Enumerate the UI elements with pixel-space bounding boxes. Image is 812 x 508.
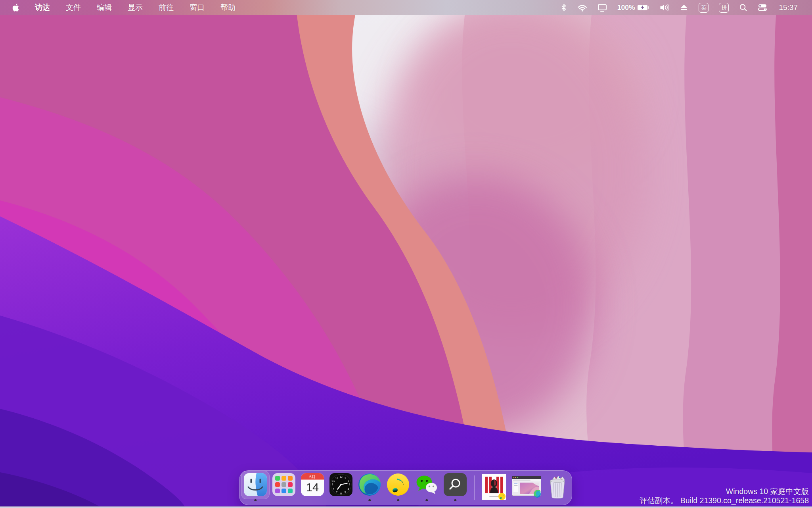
menu-window[interactable]: 窗口: [182, 2, 213, 13]
running-indicator: [254, 499, 257, 502]
wechat-icon: [415, 473, 438, 496]
taskbar-edge: [0, 506, 812, 508]
dock-item-qq-music[interactable]: [387, 473, 410, 502]
svg-text:7: 7: [336, 491, 337, 494]
launchpad-icon: [272, 473, 295, 496]
svg-text:2: 2: [348, 479, 349, 482]
battery-indicator[interactable]: 100%: [612, 4, 655, 12]
menu-finder[interactable]: 访达: [27, 2, 58, 13]
running-indicator: [368, 499, 371, 502]
dock-item-trash[interactable]: [547, 475, 568, 501]
wallpaper-monterey: [0, 0, 812, 508]
status-area: 100%: [555, 3, 798, 13]
running-indicator: [454, 499, 456, 502]
dock-item-wechat[interactable]: [415, 473, 438, 502]
eject-icon[interactable]: [674, 4, 693, 12]
finder-icon: [244, 473, 267, 496]
dock: 6月 14 12 1 2 3 4 5 6 7 8 9 10: [239, 470, 572, 505]
minimized-window-edge-browser[interactable]: [512, 476, 541, 500]
svg-text:11: 11: [335, 477, 338, 479]
volume-icon[interactable]: [654, 3, 674, 12]
svg-text:6月: 6月: [309, 475, 316, 479]
svg-text:5: 5: [345, 491, 346, 494]
menu-help[interactable]: 帮助: [213, 2, 243, 13]
dock-item-search-app[interactable]: [444, 473, 467, 502]
wifi-icon[interactable]: [572, 4, 592, 12]
svg-text:8: 8: [333, 488, 335, 491]
calendar-icon: 6月 14: [301, 473, 324, 496]
battery-percent: 100%: [617, 4, 635, 12]
svg-text:6: 6: [340, 492, 342, 495]
svg-text:14: 14: [306, 481, 319, 494]
running-indicator: [397, 499, 399, 502]
battery-charging-icon: [637, 4, 649, 11]
svg-text:10: 10: [332, 479, 335, 482]
display-icon[interactable]: [592, 4, 612, 12]
input-english-badge[interactable]: 英: [693, 3, 714, 13]
clock-icon: 12 1 2 3 4 5 6 7 8 9 10 11: [329, 473, 352, 496]
svg-text:9: 9: [332, 483, 333, 486]
running-indicator: [425, 499, 428, 502]
svg-text:1: 1: [345, 477, 346, 479]
menu-bar: 访达 文件 编辑 显示 前往 窗口 帮助: [0, 0, 812, 15]
bluetooth-icon[interactable]: [555, 3, 572, 12]
dock-item-launchpad[interactable]: [272, 473, 295, 502]
menu-edit[interactable]: 编辑: [89, 2, 120, 13]
apple-menu[interactable]: [12, 3, 21, 12]
dock-separator: [474, 475, 475, 500]
clock-time[interactable]: 15:37: [772, 3, 798, 12]
svg-text:3: 3: [349, 483, 350, 486]
windows-watermark: Windows 10 家庭中文版 评估副本。 Build 21390.co_re…: [640, 487, 809, 505]
browser-window-thumbnail: [512, 476, 541, 498]
menu-view[interactable]: 显示: [120, 2, 151, 13]
svg-text:4: 4: [348, 488, 349, 491]
trash-full-icon: [547, 475, 568, 499]
qq-music-icon: [387, 473, 410, 496]
dock-item-finder[interactable]: [244, 473, 267, 502]
watermark-edition: Windows 10 家庭中文版: [640, 487, 809, 496]
dock-item-clock[interactable]: 12 1 2 3 4 5 6 7 8 9 10 11: [329, 473, 352, 502]
svg-text:12: 12: [339, 475, 343, 478]
dock-item-calendar[interactable]: 6月 14: [301, 473, 324, 502]
menu-go[interactable]: 前往: [151, 2, 182, 13]
edge-icon: [358, 473, 381, 496]
app-menus: 访达 文件 编辑 显示 前往 窗口 帮助: [27, 2, 243, 13]
search-app-icon: [444, 473, 467, 496]
minimized-window-qq-music-album[interactable]: [482, 474, 506, 502]
dock-item-edge[interactable]: [358, 473, 381, 502]
apple-icon: [12, 3, 20, 12]
album-art-thumbnail: [482, 474, 506, 500]
control-center-icon[interactable]: [753, 3, 772, 12]
menu-file[interactable]: 文件: [58, 2, 89, 13]
search-icon[interactable]: [734, 4, 753, 12]
input-pinyin-badge[interactable]: 拼: [714, 3, 734, 13]
desktop: 访达 文件 编辑 显示 前往 窗口 帮助: [0, 0, 812, 508]
watermark-build: 评估副本。 Build 21390.co_release.210521-1658: [640, 496, 809, 505]
